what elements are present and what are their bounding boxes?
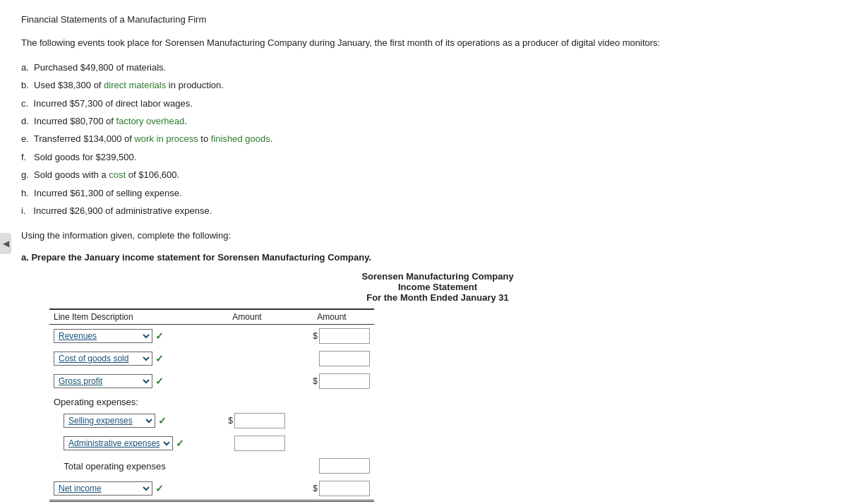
cogs-check: ✓ [155, 353, 164, 364]
table-row: Revenues ✓ $ [49, 325, 374, 348]
statement-header: Sorensen Manufacturing Company Income St… [49, 271, 826, 303]
sidebar-arrow[interactable]: ◀ [0, 233, 11, 254]
revenues-amount2-cell: $ [289, 325, 374, 348]
revenues-dollar: $ [313, 331, 318, 341]
admin-input[interactable] [234, 436, 285, 451]
admin-amount2-cell [289, 432, 374, 455]
event-h: h. Incurred $61,300 of selling expense. [21, 185, 826, 201]
revenues-desc-cell: Revenues ✓ [49, 325, 205, 348]
admin-desc-cell: Administrative expenses ✓ [49, 432, 205, 455]
operating-expenses-label: Operating expenses: [54, 397, 138, 407]
gross-profit-check: ✓ [155, 376, 164, 387]
cogs-amount2-cell [289, 347, 374, 370]
admin-amount1-cell [205, 432, 289, 455]
col-header-amount2: Amount [289, 309, 374, 325]
gross-profit-amount2-cell: $ [289, 370, 374, 392]
selling-select[interactable]: Selling expenses [64, 414, 155, 428]
admin-check: ✓ [176, 438, 184, 449]
cogs-select[interactable]: Cost of goods sold [54, 352, 152, 366]
selling-check: ✓ [158, 415, 167, 426]
net-income-amount2-cell: $ [289, 477, 374, 501]
table-row: Selling expenses ✓ $ [49, 409, 374, 432]
events-list: a. Purchased $49,800 of materials. b. Us… [21, 59, 826, 220]
net-income-dollar: $ [313, 484, 318, 493]
total-op-input[interactable] [319, 458, 370, 474]
table-row: Net income ✓ $ [49, 477, 374, 501]
col-header-desc: Line Item Description [49, 309, 205, 325]
cogs-amount1-cell [205, 347, 289, 370]
company-name: Sorensen Manufacturing Company [49, 271, 826, 282]
event-g: g. Sold goods with a cost of $106,600. [21, 167, 826, 183]
net-income-amount1-cell [205, 477, 289, 501]
col-header-amount1: Amount [205, 309, 289, 325]
event-e: e. Transferred $134,000 of work in proce… [21, 131, 826, 147]
intro-text: The following events took place for Sore… [21, 36, 826, 51]
selling-amount2-cell [289, 409, 374, 432]
net-income-desc-cell: Net income ✓ [49, 477, 205, 501]
net-income-input[interactable] [319, 481, 370, 496]
total-op-desc-cell: Total operating expenses [49, 455, 205, 477]
event-f: f. Sold goods for $239,500. [21, 149, 826, 165]
gross-profit-select[interactable]: Gross profit [54, 374, 152, 388]
total-op-amount2-cell [289, 455, 374, 477]
gross-profit-amount1-cell [205, 370, 289, 392]
selling-dollar: $ [228, 416, 233, 426]
table-row: Total operating expenses [49, 455, 374, 477]
net-income-check: ✓ [155, 483, 164, 494]
table-row: Operating expenses: [49, 392, 374, 409]
question-a-label: a. Prepare the January income statement … [21, 252, 826, 263]
page-title: Financial Statements of a Manufacturing … [21, 14, 826, 25]
revenues-select[interactable]: Revenues [54, 329, 152, 343]
using-text: Using the information given, complete th… [21, 230, 826, 241]
gross-profit-dollar: $ [313, 376, 318, 386]
event-a: a. Purchased $49,800 of materials. [21, 59, 826, 76]
total-op-amount1-cell [205, 455, 289, 477]
table-header-row: Line Item Description Amount Amount [49, 309, 374, 325]
stmt-date: For the Month Ended January 31 [49, 292, 826, 303]
gross-profit-desc-cell: Gross profit ✓ [49, 370, 205, 392]
revenues-input[interactable] [319, 328, 370, 344]
revenues-check: ✓ [155, 330, 164, 342]
event-i: i. Incurred $26,900 of administrative ex… [21, 203, 826, 219]
table-row: Gross profit ✓ $ [49, 370, 374, 392]
selling-desc-cell: Selling expenses ✓ [49, 409, 205, 432]
cogs-input[interactable] [319, 351, 370, 366]
gross-profit-input[interactable] [319, 373, 370, 389]
revenues-amount1-cell [205, 325, 289, 348]
stmt-title: Income Statement [49, 282, 826, 292]
event-d: d. Incurred $80,700 of factory overhead. [21, 113, 826, 129]
table-row: Cost of goods sold ✓ [49, 347, 374, 370]
selling-input[interactable] [234, 413, 285, 428]
net-income-select[interactable]: Net income [54, 481, 152, 496]
income-statement-table: Line Item Description Amount Amount Reve… [49, 308, 374, 502]
cogs-desc-cell: Cost of goods sold ✓ [49, 347, 205, 370]
event-b: b. Used $38,300 of direct materials in p… [21, 77, 826, 93]
event-c: c. Incurred $57,300 of direct labor wage… [21, 95, 826, 112]
statement-container: Sorensen Manufacturing Company Income St… [49, 271, 826, 502]
table-row: Administrative expenses ✓ [49, 432, 374, 455]
admin-select[interactable]: Administrative expenses [64, 436, 173, 450]
operating-label-cell: Operating expenses: [49, 392, 374, 409]
total-operating-label: Total operating expenses [54, 461, 166, 472]
selling-amount1-cell: $ [205, 409, 289, 432]
